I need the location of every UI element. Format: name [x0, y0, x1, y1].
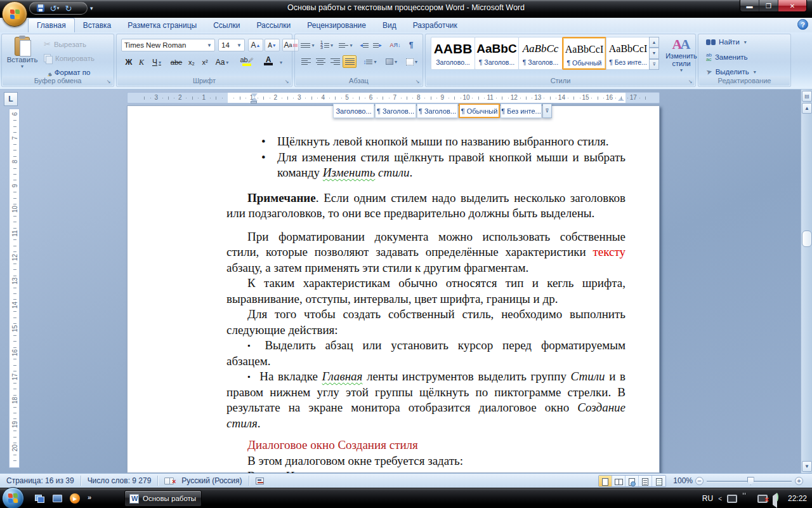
power-tray-icon[interactable]	[742, 495, 752, 503]
vertical-scrollbar[interactable]: ▤ ▲ ▼	[801, 90, 812, 473]
highlight-button[interactable]: ab🖉	[236, 55, 258, 67]
font-color-dropdown[interactable]: ▾	[278, 56, 284, 69]
gallery-down-button[interactable]: ▼	[649, 48, 659, 58]
style-item-5[interactable]: AaBbCcI¶ Без инте...	[606, 37, 650, 70]
display-tray-icon[interactable]	[727, 495, 737, 503]
scroll-up-button[interactable]: ▲	[802, 103, 812, 114]
gallery-up-button[interactable]: ▲	[649, 37, 659, 48]
cut-button[interactable]: ✂ Вырезать	[44, 39, 86, 49]
align-left-button[interactable]	[299, 55, 313, 68]
tab-developer[interactable]: Разработчик	[405, 18, 466, 32]
line-spacing-button[interactable]: ↕▾	[360, 55, 379, 68]
tab-home[interactable]: Главная	[28, 18, 75, 32]
font-name-combo[interactable]: Times New Roman▼	[121, 39, 215, 51]
increase-indent-button[interactable]: ▸	[371, 39, 384, 51]
grow-font-button[interactable]: A▲	[248, 39, 263, 51]
gallery-more-button[interactable]: ⊽	[649, 59, 659, 70]
numbering-button[interactable]: 123▾	[318, 39, 336, 51]
tab-references[interactable]: Ссылки	[205, 18, 248, 32]
find-button[interactable]: Найти▾	[706, 38, 747, 46]
style-item-3[interactable]: AaBbCc¶ Заголов...	[518, 37, 563, 70]
change-styles-button[interactable]: AA Изменить стили ▾	[662, 37, 701, 76]
mini-style-item-1[interactable]: Заголово...	[333, 104, 374, 118]
style-item-2[interactable]: AaBbC¶ Заголов...	[475, 37, 519, 70]
help-icon[interactable]: ?	[797, 19, 808, 30]
macro-record-button[interactable]	[249, 474, 270, 488]
scrollbar-thumb[interactable]	[802, 231, 812, 247]
language-tray-indicator[interactable]: RU	[702, 494, 713, 503]
network-disconnected-icon[interactable]	[757, 495, 768, 503]
taskbar-word-button[interactable]: Основы работы с т...	[124, 490, 202, 507]
clipboard-dialog-launcher[interactable]	[105, 77, 112, 85]
clock[interactable]: 22:22	[788, 494, 807, 503]
zoom-level[interactable]: 100%	[673, 476, 693, 485]
switch-windows-quicklaunch[interactable]	[33, 492, 46, 505]
horizontal-ruler[interactable]: 3211234567891011121314151617	[127, 92, 660, 104]
show-marks-button[interactable]: ¶	[404, 39, 418, 51]
justify-button[interactable]	[343, 55, 357, 68]
tab-page-layout[interactable]: Разметка страницы	[119, 18, 205, 32]
volume-icon[interactable]	[773, 495, 783, 503]
font-color-button[interactable]: А	[259, 55, 278, 67]
align-right-button[interactable]	[328, 55, 342, 68]
paragraph-dialog-launcher[interactable]	[414, 77, 421, 85]
select-button[interactable]: ➤ Выделить▾	[706, 67, 756, 76]
word-count[interactable]: Число слов: 9 279	[81, 474, 158, 488]
office-button[interactable]	[2, 1, 27, 27]
left-indent-marker[interactable]	[251, 101, 257, 104]
document-page[interactable]: •Щёлкнуть левой кнопкой мыши по названию…	[127, 105, 660, 473]
styles-dialog-launcher[interactable]	[686, 77, 694, 85]
style-item-1[interactable]: AABBЗаголово...	[431, 37, 475, 70]
mini-style-item-5[interactable]: ¶ Без инте...	[501, 104, 542, 118]
view-draft-button[interactable]	[652, 476, 665, 487]
copy-button[interactable]: Копировать	[44, 54, 95, 63]
multilevel-list-button[interactable]: ▾	[337, 39, 355, 51]
tab-mailings[interactable]: Рассылки	[248, 18, 299, 32]
language-indicator[interactable]: Русский (Россия)	[180, 474, 248, 488]
tab-view[interactable]: Вид	[374, 18, 405, 32]
mini-style-item-2[interactable]: ¶ Заголов...	[375, 104, 416, 118]
bold-button[interactable]: Ж	[122, 56, 135, 69]
restore-button[interactable]: ❐	[759, 0, 778, 12]
zoom-out-button[interactable]: −	[695, 477, 704, 485]
borders-button[interactable]: ▾	[402, 55, 421, 68]
mini-style-item-3[interactable]: ¶ Заголов...	[417, 104, 458, 118]
align-center-button[interactable]	[313, 55, 327, 68]
subscript-button[interactable]: x₂	[185, 56, 198, 69]
underline-button[interactable]: Ч▾	[148, 56, 166, 69]
replace-button[interactable]: abac Заменить	[706, 53, 748, 62]
view-web-layout-button[interactable]	[625, 476, 639, 487]
media-player-quicklaunch[interactable]: ▶	[69, 492, 81, 505]
bullets-button[interactable]: ▾	[299, 39, 317, 51]
close-button[interactable]: ✕	[778, 0, 806, 12]
change-case-button[interactable]: Aa▾	[213, 56, 232, 69]
view-outline-button[interactable]	[639, 476, 652, 487]
scroll-down-button[interactable]: ▼	[802, 461, 812, 472]
strikethrough-button[interactable]: abe	[168, 56, 185, 69]
style-item-4[interactable]: AaBbCcI¶ Обычный	[562, 37, 606, 70]
quicklaunch-overflow[interactable]: »	[88, 493, 91, 501]
superscript-button[interactable]: x²	[199, 56, 211, 69]
view-fullscreen-reading-button[interactable]	[612, 476, 625, 487]
tab-stop-selector[interactable]: L	[4, 92, 18, 106]
paste-button[interactable]: Вставить ▾	[6, 37, 39, 76]
sort-button[interactable]: АЯ↓	[388, 39, 403, 51]
shading-button[interactable]: ▾	[382, 55, 401, 68]
start-button[interactable]	[2, 487, 24, 508]
tab-insert[interactable]: Вставка	[75, 18, 120, 32]
shrink-font-button[interactable]: A▼	[265, 39, 280, 51]
tray-collapse-arrow[interactable]: <	[718, 495, 722, 502]
mini-style-item-4[interactable]: ¶ Обычный	[459, 104, 500, 118]
zoom-thumb[interactable]	[747, 477, 754, 485]
proofing-status[interactable]	[158, 474, 180, 488]
document-text[interactable]: •Щёлкнуть левой кнопкой мыши по названию…	[226, 134, 625, 473]
minimize-button[interactable]: ▬	[740, 0, 759, 12]
font-dialog-launcher[interactable]	[283, 77, 291, 85]
zoom-in-button[interactable]: +	[795, 477, 803, 485]
decrease-indent-button[interactable]: ◂	[358, 39, 370, 51]
paste-dropdown-arrow[interactable]: ▾	[6, 64, 39, 69]
font-size-combo[interactable]: 14▼	[218, 39, 245, 51]
view-print-layout-button[interactable]	[599, 476, 612, 487]
vertical-ruler[interactable]: 67891011121314151617181920	[9, 109, 20, 468]
tab-review[interactable]: Рецензирование	[299, 18, 374, 32]
